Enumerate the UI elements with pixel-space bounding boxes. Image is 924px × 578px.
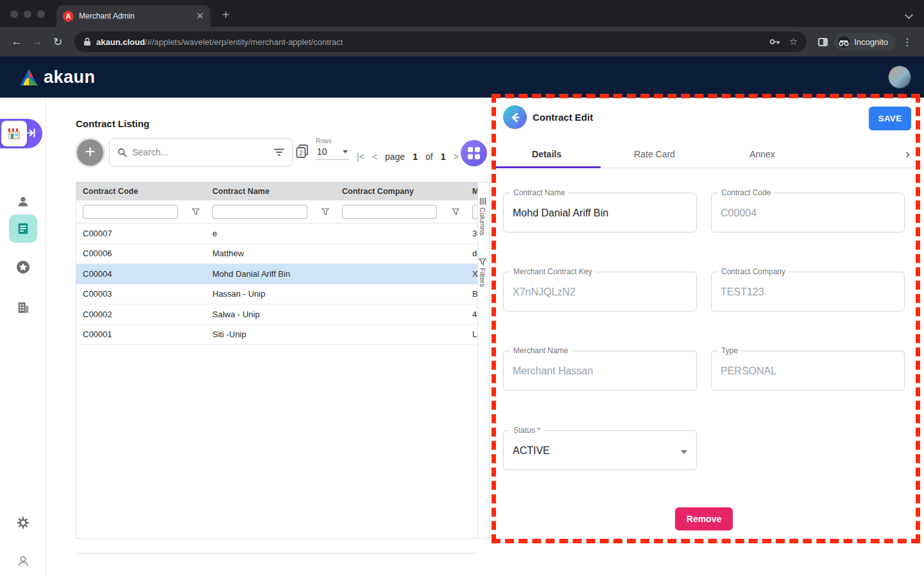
filter-contract-name-input[interactable] xyxy=(212,205,307,219)
save-button[interactable]: SAVE xyxy=(869,107,911,130)
filter-contract-company-input[interactable] xyxy=(342,205,437,219)
header-merchant-key[interactable]: M xyxy=(466,187,477,196)
back-arrow-icon xyxy=(509,111,522,124)
cell-merchant-key: 4B xyxy=(466,310,477,319)
first-page-button[interactable]: |< xyxy=(357,152,364,162)
app-header: akaun xyxy=(0,57,924,98)
table-row-selected[interactable]: C00004 Mohd Danial Ariff Bin X7 xyxy=(76,264,477,285)
contract-company-label: Contract Company xyxy=(718,267,789,276)
merchant-name-value: Merchant Hassan xyxy=(504,351,696,377)
type-label: Type xyxy=(718,346,741,355)
incognito-label: Incognito xyxy=(854,37,888,47)
search-box xyxy=(109,138,293,166)
add-contract-button[interactable]: + xyxy=(77,139,103,166)
sidebar-item-contract-listing[interactable] xyxy=(9,215,37,243)
tabs-next-chevron-icon[interactable]: › xyxy=(905,146,910,161)
contract-name-field[interactable]: Contract Name Mohd Danial Ariff Bin xyxy=(503,193,697,232)
funnel-icon[interactable] xyxy=(452,208,459,215)
next-page-button[interactable]: > xyxy=(453,152,458,162)
editor-title: Contract Edit xyxy=(533,112,593,123)
search-icon xyxy=(117,148,127,157)
sidebar-item-organization[interactable] xyxy=(9,293,37,322)
gear-icon xyxy=(16,516,30,530)
sidebar-item-users[interactable] xyxy=(9,188,37,216)
sidebar-item-settings[interactable] xyxy=(9,509,37,537)
storefront-icon xyxy=(1,121,27,146)
cell-merchant-key: 3c xyxy=(466,229,477,238)
funnel-icon xyxy=(479,258,486,265)
sidebar-item-merchant-applet[interactable] xyxy=(0,119,42,148)
filters-label: Filters xyxy=(479,268,486,287)
table-row[interactable]: C00007 e 3c xyxy=(76,223,477,244)
filter-list-icon[interactable] xyxy=(274,148,284,156)
forward-icon[interactable]: → xyxy=(28,33,46,51)
table-row[interactable]: C00003 Hassan - Unip BF xyxy=(76,285,477,305)
browser-tab[interactable]: A Merchant Admin ✕ xyxy=(56,5,210,27)
back-icon[interactable]: ← xyxy=(8,33,26,51)
password-key-icon[interactable] xyxy=(769,38,780,46)
table-row[interactable]: C00006 Matthew dc xyxy=(76,244,477,265)
table-row[interactable]: C00001 Siti -Unip Lz xyxy=(76,325,477,346)
cell-contract-name: e xyxy=(206,229,336,238)
logo-text: akaun xyxy=(44,67,96,87)
rows-label: Rows xyxy=(316,137,350,144)
cell-merchant-key: BF xyxy=(466,289,477,299)
merchant-contract-key-label: Merchant Contract Key xyxy=(510,267,595,276)
filters-toggle[interactable]: Filters xyxy=(479,258,486,287)
header-contract-company[interactable]: Contract Company xyxy=(336,187,466,196)
rows-select[interactable]: 10 xyxy=(316,144,349,160)
tab-search-chevron-icon[interactable] xyxy=(906,9,912,15)
side-panel-icon[interactable] xyxy=(818,38,828,46)
listing-divider xyxy=(76,553,478,554)
filter-merchant-key-input[interactable] xyxy=(472,205,478,219)
remove-button[interactable]: Remove xyxy=(675,507,733,530)
tab-details[interactable]: Details xyxy=(493,140,601,168)
tab-rate-card[interactable]: Rate Card xyxy=(601,140,708,168)
contract-company-field: Contract Company TEST123 xyxy=(711,272,905,311)
merchant-contract-key-field: Merchant Contract Key X7nNJQLzN2 xyxy=(503,272,697,311)
cell-contract-code: C00003 xyxy=(76,289,206,299)
header-contract-code[interactable]: Contract Code xyxy=(76,187,206,196)
tab-close-icon[interactable]: ✕ xyxy=(196,10,204,22)
sidebar-item-account[interactable] xyxy=(9,547,37,575)
filter-contract-code-input[interactable] xyxy=(83,205,178,219)
table-row[interactable]: C00002 Salwa - Unip 4B xyxy=(76,304,477,325)
back-button[interactable] xyxy=(503,105,527,129)
cell-contract-code: C00004 xyxy=(76,269,206,279)
cell-contract-code: C00002 xyxy=(76,310,206,319)
cell-contract-name: Matthew xyxy=(206,249,336,258)
funnel-icon[interactable] xyxy=(321,208,329,215)
table-filter-row xyxy=(76,200,477,223)
pagination: |< < page 1 of 1 > >| xyxy=(357,152,474,162)
type-value: PERSONAL xyxy=(712,351,904,377)
bookmark-star-icon[interactable]: ☆ xyxy=(789,36,798,48)
columns-icon xyxy=(479,198,486,205)
refresh-icon[interactable]: ↻ xyxy=(49,33,67,51)
sidebar xyxy=(0,98,46,578)
columns-toggle[interactable]: Columns xyxy=(479,198,486,235)
rows-per-page-icon[interactable]: 2 xyxy=(295,144,309,159)
url-path: /#/applets/wavelet/erp/entity/merchant-a… xyxy=(145,37,343,47)
browser-menu-icon[interactable]: ⋮ xyxy=(898,36,916,48)
person-outline-icon xyxy=(16,554,30,568)
sidebar-item-favorites[interactable] xyxy=(9,253,37,281)
merchant-contract-key-value: X7nNJQLzN2 xyxy=(504,272,696,298)
status-field[interactable]: Status * ACTIVE xyxy=(503,430,697,470)
funnel-icon[interactable] xyxy=(192,208,200,215)
status-dropdown-icon[interactable] xyxy=(681,450,687,454)
header-contract-name[interactable]: Contract Name xyxy=(206,187,336,196)
url-text: akaun.cloud/#/applets/wavelet/erp/entity… xyxy=(96,37,343,47)
cell-contract-name: Salwa - Unip xyxy=(206,310,336,319)
search-input[interactable] xyxy=(132,147,269,157)
window-controls[interactable] xyxy=(10,10,45,18)
table-header-row: Contract Code Contract Name Contract Com… xyxy=(76,182,477,200)
address-bar[interactable]: akaun.cloud/#/applets/wavelet/erp/entity… xyxy=(74,31,807,52)
new-tab-button[interactable]: + xyxy=(222,8,230,21)
contract-table: Contract Code Contract Name Contract Com… xyxy=(76,182,478,539)
merchant-name-label: Merchant Name xyxy=(510,346,571,355)
user-avatar[interactable] xyxy=(888,66,911,89)
tab-annex[interactable]: Annex xyxy=(708,140,816,168)
prev-page-button[interactable]: < xyxy=(372,152,377,162)
grid-view-button[interactable] xyxy=(461,140,487,166)
browser-tab-strip: A Merchant Admin ✕ + xyxy=(0,0,924,27)
